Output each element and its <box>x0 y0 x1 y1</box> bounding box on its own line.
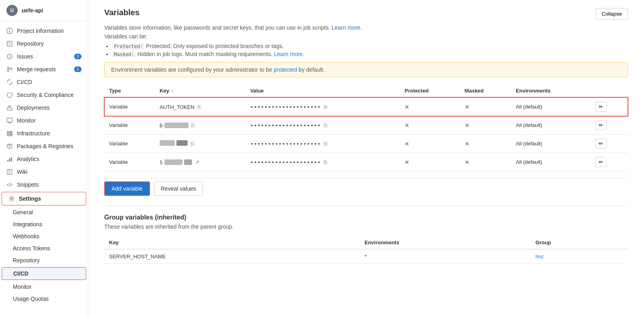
sidebar-sub-item-integrations[interactable]: Integrations <box>0 218 88 230</box>
row-masked: ✕ <box>460 97 511 116</box>
copy-value-icon[interactable]: ⎘ <box>324 159 327 165</box>
svg-point-21 <box>11 135 11 135</box>
edit-button[interactable]: ✏ <box>595 157 607 167</box>
bullet-list: Protected: Protected: Only exposed to pr… <box>112 43 628 57</box>
blurred-key <box>160 140 188 146</box>
avatar: U <box>6 5 18 16</box>
sidebar-item-label: Wiki <box>17 169 27 175</box>
row-environments: All (default) <box>511 135 590 153</box>
edit-button[interactable]: ✏ <box>595 139 607 149</box>
sidebar-item-deployments[interactable]: Deployments <box>0 101 88 114</box>
row-value: •••••••••••••••••••• ⎘ <box>245 116 400 135</box>
col-protected: Protected <box>400 85 460 97</box>
row-protected: ✕ <box>400 97 460 116</box>
monitor-icon <box>6 117 13 124</box>
sidebar-item-security-compliance[interactable]: Security & Compliance <box>0 89 88 101</box>
deploy-icon <box>6 105 13 111</box>
blurred-key: S <box>160 159 192 165</box>
group-row-group: hnc <box>531 249 628 264</box>
group-col-group: Group <box>531 236 628 249</box>
svg-rect-25 <box>9 159 10 161</box>
sidebar-item-label: Analytics <box>17 156 39 162</box>
sidebar-item-packages-registries[interactable]: Packages & Registries <box>0 140 88 153</box>
sidebar-item-label: Deployments <box>17 105 50 111</box>
col-value: Value <box>245 85 400 97</box>
edit-button[interactable]: ✏ <box>595 102 607 112</box>
row-edit[interactable]: ✏ <box>590 116 628 135</box>
learn-more-link-2[interactable]: Learn more. <box>274 51 304 57</box>
row-value: •••••••••••••••••••• ⎘ <box>245 97 400 116</box>
cicd-icon <box>6 79 13 85</box>
sidebar-sub-item-usage-quotas[interactable]: Usage Quotas <box>0 293 88 305</box>
sidebar-sub-item-access-tokens[interactable]: Access Tokens <box>0 242 88 254</box>
sidebar-item-repository[interactable]: Repository <box>0 37 88 50</box>
sidebar-item-infrastructure[interactable]: Infrastructure <box>0 127 88 140</box>
protected-code: Protected: <box>112 43 144 50</box>
sort-icon: ↑ <box>171 89 174 93</box>
row-type: Variable <box>104 116 155 135</box>
copy-value-icon[interactable]: ⎘ <box>324 141 327 147</box>
collapse-button[interactable]: Collapse <box>595 8 628 20</box>
table-row: Variable S ↗ •••••••••••••••••••• ⎘ ✕ ✕ … <box>104 153 628 171</box>
svg-point-10 <box>7 70 9 72</box>
sidebar-item-label: Repository <box>17 40 44 47</box>
info-icon <box>6 28 13 34</box>
copy-icon[interactable]: ↗ <box>195 159 200 165</box>
sidebar-nav: Project information Repository Issues 0 … <box>0 21 88 308</box>
sidebar-sub-item-repository[interactable]: Repository <box>0 254 88 266</box>
reveal-values-button[interactable]: Reveal values <box>154 181 203 196</box>
group-col-environments: Environments <box>360 236 531 249</box>
copy-icon[interactable]: ⎘ <box>191 141 194 147</box>
group-section-desc: These variables are inherited from the p… <box>104 223 628 230</box>
svg-point-20 <box>11 133 11 134</box>
blur-box-light <box>184 159 192 165</box>
sidebar-item-wiki[interactable]: Wiki <box>0 165 88 178</box>
copy-value-icon[interactable]: ⎘ <box>324 104 327 110</box>
protected-link[interactable]: protected <box>273 66 297 73</box>
svg-rect-24 <box>7 160 8 161</box>
sidebar-item-issues[interactable]: Issues 0 <box>0 50 88 63</box>
svg-point-2 <box>9 29 10 30</box>
row-protected: ✕ <box>400 153 460 171</box>
sidebar-item-label: Snippets <box>17 181 38 188</box>
row-key: AUTH_TOKEN ⎘ <box>155 97 245 116</box>
section-description: Variables store information, like passwo… <box>104 24 628 31</box>
learn-more-link-1[interactable]: Learn more. <box>332 24 362 31</box>
sidebar-sub-item-general[interactable]: General <box>0 206 88 218</box>
main-content: Variables Collapse Variables store infor… <box>88 0 644 316</box>
sidebar-item-snippets[interactable]: Snippets <box>0 178 88 191</box>
sidebar-item-project-information[interactable]: Project information <box>0 24 88 37</box>
group-variables-table: Key Environments Group SERVER_HOST_NAME … <box>104 236 628 264</box>
col-environments: Environments <box>511 85 590 97</box>
add-variable-button[interactable]: Add variable <box>104 181 150 196</box>
row-value: •••••••••••••••••••• ⎘ <box>245 135 400 153</box>
blur-box-dark <box>176 140 188 146</box>
edit-button[interactable]: ✏ <box>595 120 607 130</box>
sidebar-item-analytics[interactable]: Analytics <box>0 153 88 165</box>
group-table-row: SERVER_HOST_NAME * hnc <box>104 249 628 264</box>
copy-icon[interactable]: ⎘ <box>191 122 194 129</box>
row-edit[interactable]: ✏ <box>590 135 628 153</box>
svg-rect-12 <box>7 108 12 110</box>
sidebar-item-monitor[interactable]: Monitor <box>0 114 88 127</box>
sidebar-sub-item-monitor[interactable]: Monitor <box>0 281 88 293</box>
sidebar-sub-item-webhooks[interactable]: Webhooks <box>0 230 88 242</box>
copy-value-icon[interactable]: ⎘ <box>324 122 327 129</box>
row-edit[interactable]: ✏ <box>590 153 628 171</box>
sidebar-item-settings[interactable]: Settings <box>2 192 86 205</box>
group-link[interactable]: hnc <box>535 254 544 260</box>
sidebar-sub-item-cicd[interactable]: CI/CD <box>2 267 86 280</box>
copy-icon[interactable]: ⎘ <box>198 104 201 110</box>
group-variables-section: Group variables (inherited) These variab… <box>104 205 628 264</box>
merge-icon <box>6 66 13 72</box>
action-row: Add variable Reveal values <box>104 178 628 196</box>
row-protected: ✕ <box>400 116 460 135</box>
row-key: D ⎘ <box>155 116 245 135</box>
group-section-title: Group variables (inherited) <box>104 214 628 221</box>
bullet-protected: Protected: Protected: Only exposed to pr… <box>112 43 628 49</box>
svg-point-19 <box>11 132 11 132</box>
sidebar-item-cicd[interactable]: CI/CD <box>0 76 88 89</box>
row-edit[interactable]: ✏ <box>590 97 628 116</box>
sidebar-item-merge-requests[interactable]: Merge requests 0 <box>0 63 88 76</box>
col-actions <box>590 85 628 97</box>
